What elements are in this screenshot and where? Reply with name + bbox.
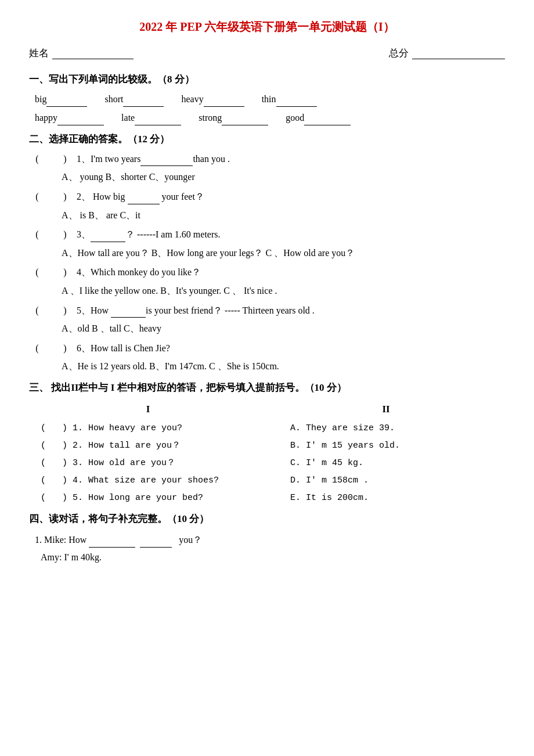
score-field: 总分 <box>389 45 505 61</box>
q3-block: ( ) 3、？ ------I am 1.60 meters. A、How ta… <box>29 227 505 260</box>
vocab-row-1: big short heavy thin <box>35 92 505 107</box>
q5-row: ( ) 5、How is your best friend？ ----- Thi… <box>29 303 505 318</box>
matching-section: I II ( ) 1. How heavy are you? A. They a… <box>29 401 505 505</box>
section1-title: 一、写出下列单词的比较级。（8 分） <box>29 71 505 87</box>
q6-row: ( ) 6、How tall is Chen Jie? <box>29 341 505 356</box>
word-good: good <box>286 110 351 125</box>
q1-row: ( ) 1、I'm two yearsthan you . <box>29 152 505 167</box>
q1-bracket: ( <box>29 152 45 167</box>
col-i-header: I <box>29 401 267 417</box>
section2-title: 二、选择正确的答案。（12 分） <box>29 131 505 147</box>
q6-options: A、He is 12 years old. B、I'm 147cm. C 、Sh… <box>62 359 505 374</box>
q2-options: A、 is B、 are C、it <box>62 208 505 223</box>
q2-block: ( ) 2、 How big your feet？ A、 is B、 are C… <box>29 189 505 222</box>
dialog-1-reply: Amy: I' m 40kg. <box>41 550 505 565</box>
header-row: 姓名 总分 <box>29 45 505 61</box>
q3-options: A、How tall are you？ B、How long are your … <box>62 246 505 261</box>
q4-block: ( ) 4、Which monkey do you like？ A 、I lik… <box>29 265 505 298</box>
q4-options: A 、I like the yellow one. B、It's younger… <box>62 283 505 298</box>
q3-row: ( ) 3、？ ------I am 1.60 meters. <box>29 227 505 242</box>
q1-block: ( ) 1、I'm two yearsthan you . A、 young B… <box>29 152 505 185</box>
word-thin: thin <box>262 92 317 107</box>
q2-row: ( ) 2、 How big your feet？ <box>29 189 505 204</box>
matching-row-1: ( ) 1. How heavy are you? A. They are si… <box>29 422 505 435</box>
word-strong: strong <box>199 110 268 125</box>
matching-row-4: ( ) 4. What size are your shoes? D. I' m… <box>29 474 505 488</box>
word-big: big <box>35 92 87 107</box>
vocab-row-2: happy late strong good <box>35 110 505 125</box>
section3-title: 三、 找出II栏中与 I 栏中相对应的答语，把标号填入提前括号。（10 分） <box>29 380 505 395</box>
name-field: 姓名 <box>29 45 134 61</box>
page-title: 2022 年 PEP 六年级英语下册第一单元测试题（I） <box>29 17 505 36</box>
word-happy: happy <box>35 110 104 125</box>
col-ii-header: II <box>267 401 505 417</box>
matching-row-3: ( ) 3. How old are you？ C. I' m 45 kg. <box>29 456 505 470</box>
word-short: short <box>104 92 164 107</box>
dialog-1-label: 1. Mike: How you？ <box>35 532 505 548</box>
section4-title: 四、读对话，将句子补充完整。（10 分） <box>29 511 505 527</box>
matching-row-5: ( ) 5. How long are your bed? E. It is 2… <box>29 491 505 505</box>
matching-row-2: ( ) 2. How tall are you？ B. I' m 15 year… <box>29 439 505 453</box>
q6-block: ( ) 6、How tall is Chen Jie? A、He is 12 y… <box>29 341 505 374</box>
q5-block: ( ) 5、How is your best friend？ ----- Thi… <box>29 303 505 336</box>
q5-options: A、old B 、tall C、heavy <box>62 321 505 336</box>
section4-content: 1. Mike: How you？ Amy: I' m 40kg. <box>29 532 505 564</box>
word-heavy: heavy <box>181 92 244 107</box>
q1-options: A、 young B、shorter C、younger <box>62 170 505 185</box>
matching-header: I II <box>29 401 505 417</box>
q4-row: ( ) 4、Which monkey do you like？ <box>29 265 505 280</box>
word-late: late <box>121 110 181 125</box>
